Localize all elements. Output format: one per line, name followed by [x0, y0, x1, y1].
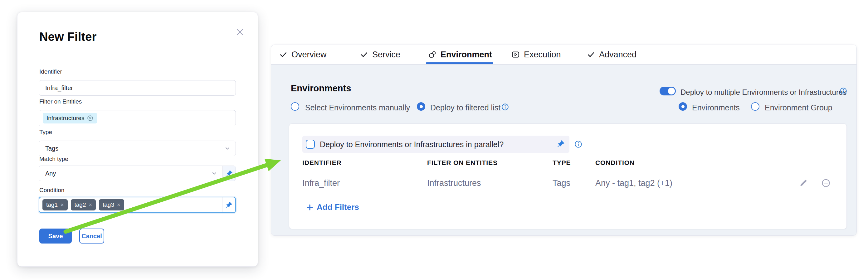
col-header-identifier: IDENTIFIER — [302, 159, 342, 167]
deploy-parallel-row: Deploy to Environments or Infrastructure… — [302, 136, 569, 153]
radio-environment-group[interactable] — [751, 102, 760, 111]
radio-label-filtered: Deploy to filtered list — [430, 103, 500, 112]
tab-service[interactable]: Service — [360, 45, 400, 64]
stage-tabbar: Overview Service Environment Execution — [271, 45, 857, 65]
row-type: Tags — [553, 178, 570, 188]
col-header-condition: CONDITION — [595, 159, 634, 167]
col-header-filter-on-entities: FILTER ON ENTITIES — [427, 159, 498, 167]
entity-chip-label: Infrastructures — [46, 115, 84, 121]
match-type-label: Match type — [39, 155, 68, 163]
tag-remove-icon[interactable]: × — [61, 202, 64, 208]
entity-chip: Infrastructures — [43, 113, 97, 124]
filter-on-entities-input[interactable]: Infrastructures — [39, 110, 236, 126]
condition-tag: tag2 × — [71, 199, 96, 210]
info-icon[interactable] — [574, 140, 583, 148]
condition-label: Condition — [39, 187, 64, 194]
toggle-knob — [668, 88, 675, 95]
deploy-parallel-checkbox[interactable] — [306, 140, 315, 149]
check-icon — [279, 50, 287, 59]
divider — [551, 138, 551, 151]
close-button[interactable] — [234, 26, 246, 38]
identifier-label: Identifier — [39, 68, 62, 75]
type-select-value: Tags — [39, 145, 224, 152]
tag-remove-icon[interactable]: × — [117, 202, 120, 208]
pin-icon — [557, 140, 565, 148]
radio-label-environments: Environments — [692, 103, 740, 112]
filter-on-entities-label: Filter on Entities — [39, 98, 82, 105]
environment-hexagons-icon — [428, 50, 436, 59]
deploy-parallel-label: Deploy to Environments or Infrastructure… — [320, 140, 503, 149]
deploy-multiple-toggle-label: Deploy to multiple Environments or Infra… — [681, 88, 846, 97]
chevron-down-icon — [224, 145, 230, 151]
save-button[interactable]: Save — [39, 229, 72, 244]
execution-play-icon — [512, 50, 520, 59]
tab-label: Overview — [291, 50, 327, 60]
tag-remove-icon[interactable]: × — [89, 202, 92, 208]
info-icon[interactable] — [839, 87, 847, 95]
environment-tab-content: Environments Select Environments manuall… — [271, 65, 857, 236]
screen: New Filter Identifier Filter on Entities… — [0, 0, 868, 280]
chevron-down-icon — [211, 170, 217, 176]
row-identifier: Infra_filter — [302, 178, 340, 188]
row-filter-on-entities: Infrastructures — [427, 178, 481, 188]
condition-tag: tag3 × — [99, 199, 124, 210]
condition-tag: tag1 × — [42, 199, 68, 210]
condition-input[interactable]: tag1 × tag2 × tag3 × — [39, 197, 236, 213]
plus-icon — [306, 204, 314, 211]
new-filter-modal: New Filter Identifier Filter on Entities… — [17, 12, 258, 267]
check-icon — [587, 50, 595, 59]
type-label: Type — [39, 129, 52, 136]
tab-execution[interactable]: Execution — [512, 45, 561, 64]
match-type-select-value: Any — [39, 170, 211, 177]
radio-label-environment-group: Environment Group — [765, 103, 832, 112]
match-type-pin-button[interactable] — [222, 166, 236, 181]
cancel-button[interactable]: Cancel — [79, 229, 104, 244]
type-select[interactable]: Tags — [39, 141, 236, 156]
modal-title: New Filter — [39, 30, 97, 44]
deploy-multiple-toggle[interactable] — [659, 87, 676, 96]
info-icon[interactable] — [501, 103, 509, 111]
col-header-type: TYPE — [553, 159, 571, 167]
active-tab-underline — [426, 62, 493, 64]
tab-label: Environment — [440, 50, 492, 60]
tab-label: Service — [372, 50, 400, 60]
chip-remove-icon[interactable] — [87, 115, 93, 121]
filters-card: Deploy to Environments or Infrastructure… — [289, 124, 847, 229]
tab-advanced[interactable]: Advanced — [587, 45, 637, 64]
row-condition: Any - tag1, tag2 (+1) — [595, 178, 672, 188]
radio-deploy-to-filtered-list[interactable] — [417, 102, 425, 111]
close-icon — [235, 28, 245, 37]
radio-environments[interactable] — [679, 102, 687, 111]
tag-label: tag1 — [46, 202, 58, 208]
condition-pin-button[interactable] — [222, 197, 235, 212]
add-filters-button[interactable]: Add Filters — [306, 202, 359, 212]
match-type-select[interactable]: Any — [39, 166, 236, 181]
identifier-input[interactable] — [39, 80, 236, 96]
pin-icon — [225, 201, 233, 209]
add-filters-label: Add Filters — [317, 202, 359, 212]
radio-select-environments-manually[interactable] — [291, 102, 299, 111]
tag-label: tag2 — [74, 202, 86, 208]
environments-heading: Environments — [291, 83, 351, 94]
pin-icon — [225, 170, 233, 177]
remove-minus-circle-icon[interactable] — [821, 178, 831, 188]
tab-overview[interactable]: Overview — [279, 45, 327, 64]
pipeline-stage-panel: Overview Service Environment Execution — [271, 44, 857, 236]
radio-label-manual: Select Environments manually — [305, 103, 410, 112]
tag-label: tag3 — [103, 202, 114, 208]
tab-label: Advanced — [599, 50, 637, 60]
tab-environment[interactable]: Environment — [428, 45, 492, 64]
check-icon — [360, 50, 368, 59]
tab-label: Execution — [524, 50, 561, 60]
edit-pencil-icon[interactable] — [799, 178, 808, 188]
text-cursor — [127, 201, 127, 209]
parallel-pin-button[interactable] — [557, 140, 565, 149]
